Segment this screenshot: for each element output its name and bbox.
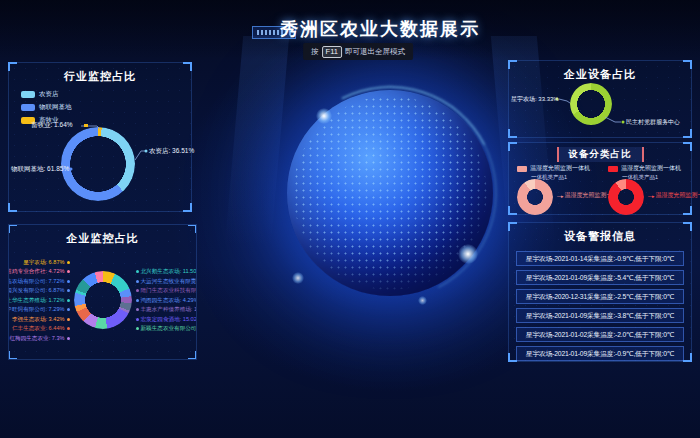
pie-label: 星宇农场: 33.33% <box>511 95 555 104</box>
marker-dot <box>136 318 139 321</box>
pie-label-text: 李强生态农场: 3.42% <box>12 316 65 323</box>
alarm-row: 星宇农场-2020-12-31采集温度:-2.5℃,低于下限:0℃ <box>516 289 684 304</box>
pie-label-text: 宏泉定园食酒地: 15.02% <box>141 316 198 323</box>
arrow-icon: —▸ <box>557 193 563 199</box>
pie-label-text: 仁丰生态农业: 6.44% <box>12 325 65 332</box>
pie-label: 丰惠水产种值养殖场: 1… <box>136 306 198 313</box>
pie-label: 星宇农场: 6.87% <box>23 259 69 266</box>
arrow-icon: —▸ <box>648 193 654 199</box>
glow-dot <box>418 296 427 305</box>
pie-label-text: 陆门生态农业科技有限公… <box>141 287 198 294</box>
pie-label-text: 秀超苗鸡专业合作社: 4.72% <box>8 268 65 275</box>
device-ratio-donut-chart[interactable] <box>570 83 612 125</box>
pie-label: —▸ 温湿度光照监测一… <box>648 191 700 200</box>
pie-label: 秀超苗鸡专业合作社: 4.72% <box>8 268 70 275</box>
pie-label-text: 星宇农场: 6.87% <box>23 259 64 266</box>
legend-swatch <box>517 166 527 172</box>
device-class-chart: 温湿度光照监测一体机 一体机类产品1 —▸ 温湿度光照监测一… <box>600 163 691 215</box>
alarm-list: 星宇农场-2021-01-14采集温度:-0.9℃,低于下限:0℃ 星宇农场-2… <box>516 251 684 361</box>
pie-label-text: 家临农场有限公司: 7.72% <box>8 278 65 285</box>
legend-label: 农资店 <box>39 90 59 99</box>
pie-label: 北兴鹅生态农场: 11.50% <box>136 268 198 275</box>
device-class-donut-chart[interactable] <box>608 179 644 215</box>
pie-label-text: 丰惠水产种值养殖场: 1… <box>141 306 198 313</box>
pie-label-text: 新颖生态农业有限公司: 6.87% <box>141 325 198 332</box>
glow-dot <box>458 244 478 264</box>
industry-donut-chart[interactable] <box>61 127 135 201</box>
device-class-donut-chart[interactable] <box>517 179 553 215</box>
legend-label: 温湿度光照监测一体机 <box>621 164 681 173</box>
tip-prefix: 按 <box>311 47 319 57</box>
marker-dot <box>136 308 139 311</box>
pie-labels-right: 北兴鹅生态农场: 11.50% 大运河生态牧业有限责任公… 陆门生态农业科技有限… <box>136 268 198 332</box>
alarm-row: 星宇农场-2021-01-09采集温度:-0.9℃,低于下限:0℃ <box>516 346 684 361</box>
glow-dot <box>316 108 332 124</box>
marker-dot <box>67 318 70 321</box>
panel-enterprise-monitoring: 企业监控占比 星宇农场: 6.87% 秀超苗鸡专业合作社: 4.72% 家 <box>8 224 197 360</box>
tip-suffix: 即可退出全屏模式 <box>345 47 405 57</box>
pie-label-text: 大运河生态牧业有限责任公… <box>141 278 198 285</box>
pie-label: 红梅园生态农业: 7.3% <box>9 335 69 342</box>
pie-label: 农资店: 36.51% <box>149 147 194 156</box>
device-class-charts: 温湿度光照监测一体机 一体机类产品1 —▸ 温湿度光照监测一… 温湿度光照监测一… <box>509 163 691 215</box>
marker-dot <box>67 308 70 311</box>
pie-label-text: 温湿度光照监测一… <box>656 191 700 200</box>
panel-industry-monitoring: 行业监控占比 农资店 物联网基地 畜牧业 <box>8 62 192 212</box>
enterprise-donut-chart[interactable] <box>74 271 132 329</box>
enterprise-chart: 星宇农场: 6.87% 秀超苗鸡专业合作社: 4.72% 家临农场有限公司: 7… <box>9 245 196 355</box>
pie-label-text: 北兴鹅生态农场: 11.50% <box>141 268 198 275</box>
pie-label: 鸿图园生态农场: 4.29% <box>136 297 198 304</box>
pie-label: 家临农场有限公司: 7.72% <box>8 278 70 285</box>
alarm-row: 星宇农场-2021-01-09采集温度:-3.8℃,低于下限:0℃ <box>516 308 684 323</box>
pie-label-text: 红梅园生态农业: 7.3% <box>9 335 64 342</box>
globe-dot-map <box>293 96 487 290</box>
panel-title: 企业设备占比 <box>509 67 691 82</box>
pie-label: 中旺饲有限公司: 7.29% <box>8 306 70 313</box>
f11-keycap: F11 <box>322 46 342 58</box>
pie-label: 仁丰生态农业: 6.44% <box>12 325 70 332</box>
pie-label: 畜牧业: 1.64% <box>31 121 73 130</box>
alarm-row: 星宇农场-2021-01-09采集温度:-5.4℃,低于下限:0℃ <box>516 270 684 285</box>
panel-title: 行业监控占比 <box>9 69 191 84</box>
legend-swatch <box>21 104 35 111</box>
legend-label: 物联网基地 <box>39 103 72 112</box>
legend-label: 温湿度光照监测一体机 <box>530 164 590 173</box>
pie-label: 物联网基地: 61.85% <box>11 165 68 174</box>
marker-dot <box>67 289 70 292</box>
fullscreen-tip: 按 F11 即可退出全屏模式 <box>303 43 413 60</box>
panel-title: 企业监控占比 <box>9 231 196 246</box>
legend-item[interactable]: 温湿度光照监测一体机 <box>517 164 600 173</box>
panel-device-alarms: 设备警报信息 星宇农场-2021-01-14采集温度:-0.9℃,低于下限:0℃… <box>508 222 692 362</box>
pie-label: 李强生态农场: 3.42% <box>12 316 70 323</box>
marker-dot <box>67 337 70 340</box>
pie-label-text: 上华生态养殖场: 1.72% <box>8 297 65 304</box>
pie-label-text: 中旺饲有限公司: 7.29% <box>8 306 65 313</box>
pie-label: 上华生态养殖场: 1.72% <box>8 297 70 304</box>
marker-dot <box>67 299 70 302</box>
pie-label: 大运河生态牧业有限责任公… <box>136 278 198 285</box>
panel-title: 设备分类占比 <box>557 147 644 162</box>
legend-item[interactable]: 物联网基地 <box>21 103 72 112</box>
pie-label: 宏泉定园食酒地: 15.02% <box>136 316 198 323</box>
marker-dot <box>67 327 70 330</box>
marker-dot <box>67 280 70 283</box>
glow-dot <box>292 272 304 284</box>
alarm-row: 星宇农场-2021-01-14采集温度:-0.9℃,低于下限:0℃ <box>516 251 684 266</box>
page-title: 秀洲区农业大数据展示 <box>60 17 700 41</box>
legend-item[interactable]: 农资店 <box>21 90 72 99</box>
legend-swatch <box>608 166 618 172</box>
marker-dot <box>67 270 70 273</box>
pie-labels-left: 星宇农场: 6.87% 秀超苗鸡专业合作社: 4.72% 家临农场有限公司: 7… <box>8 259 70 342</box>
marker-dot <box>136 327 139 330</box>
marker-dot <box>136 270 139 273</box>
pie-label-text: 国兴发有限公司: 6.87% <box>8 287 65 294</box>
panel-device-ratio: 企业设备占比 星宇农场: 33.33% 民主村党群服务中心 <box>508 60 692 138</box>
pie-label: 民主村党群服务中心 <box>626 118 680 127</box>
marker-dot <box>136 289 139 292</box>
panel-title: 设备警报信息 <box>509 229 691 244</box>
pie-label: 新颖生态农业有限公司: 6.87% <box>136 325 198 332</box>
pie-label: 国兴发有限公司: 6.87% <box>8 287 70 294</box>
device-class-chart: 温湿度光照监测一体机 一体机类产品1 —▸ 温湿度光照监测一… <box>509 163 600 215</box>
legend-item[interactable]: 温湿度光照监测一体机 <box>608 164 691 173</box>
pie-label-text: 鸿图园生态农场: 4.29% <box>141 297 198 304</box>
